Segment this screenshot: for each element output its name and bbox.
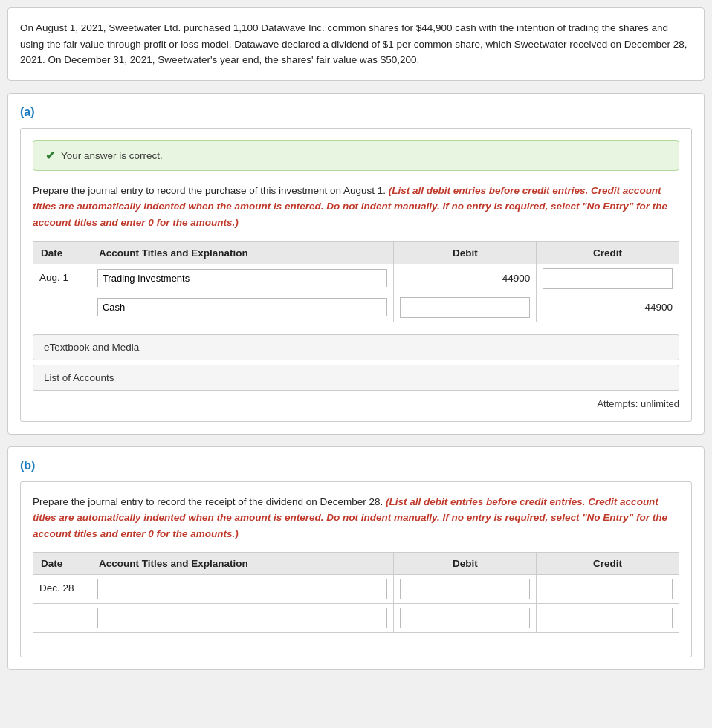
debit-input-b1[interactable] xyxy=(400,579,530,599)
debit-input-row2[interactable] xyxy=(400,297,530,318)
col-header-debit-b: Debit xyxy=(394,553,537,575)
table-row-b2 xyxy=(33,604,679,633)
credit-cell-b1 xyxy=(537,575,679,604)
col-header-credit: Credit xyxy=(537,241,679,264)
credit-cell-empty-1 xyxy=(537,264,679,293)
section-a-card: (a) ✔ Your answer is correct. Prepare th… xyxy=(7,93,705,435)
col-header-account: Account Titles and Explanation xyxy=(91,241,394,264)
date-cell-empty xyxy=(33,293,91,322)
date-cell-dec28: Dec. 28 xyxy=(33,575,91,604)
account-input-b1[interactable] xyxy=(97,579,388,599)
account-input-trading[interactable] xyxy=(97,269,388,287)
etextbook-button[interactable]: eTextbook and Media xyxy=(33,334,679,360)
table-header-row: Date Account Titles and Explanation Debi… xyxy=(33,241,679,264)
debit-input-b2[interactable] xyxy=(400,608,530,628)
section-b-instructions: Prepare the journal entry to record the … xyxy=(33,494,679,542)
section-b-label: (b) xyxy=(20,459,692,472)
credit-input-b1[interactable] xyxy=(543,579,673,599)
col-header-account-b: Account Titles and Explanation xyxy=(91,553,394,575)
section-a-label: (a) xyxy=(20,105,692,119)
account-cell-b1 xyxy=(91,575,394,604)
credit-input-row1[interactable] xyxy=(543,268,673,289)
date-cell-aug1: Aug. 1 xyxy=(33,264,91,293)
credit-input-b2[interactable] xyxy=(543,608,673,628)
intro-card: On August 1, 2021, Sweetwater Ltd. purch… xyxy=(7,7,705,81)
col-header-credit-b: Credit xyxy=(537,553,679,575)
table-header-row-b: Date Account Titles and Explanation Debi… xyxy=(33,553,679,575)
table-row-b1: Dec. 28 xyxy=(33,575,679,604)
debit-cell-b2 xyxy=(394,604,537,633)
credit-cell-b2 xyxy=(537,604,679,633)
debit-cell-empty-2 xyxy=(394,293,537,322)
journal-table-b: Date Account Titles and Explanation Debi… xyxy=(33,552,679,633)
section-a-instructions: Prepare the journal entry to record the … xyxy=(33,183,679,231)
b-instructions-plain: Prepare the journal entry to record the … xyxy=(33,496,386,507)
section-a-inner: ✔ Your answer is correct. Prepare the jo… xyxy=(20,128,692,422)
table-row: Aug. 1 44900 xyxy=(33,264,679,293)
account-cell-cash xyxy=(91,293,394,322)
col-header-date: Date xyxy=(33,241,91,264)
table-row: 44900 xyxy=(33,293,679,322)
account-input-b2[interactable] xyxy=(97,608,388,628)
account-cell-trading xyxy=(91,264,394,293)
intro-text: On August 1, 2021, Sweetwater Ltd. purch… xyxy=(20,20,692,68)
instructions-plain: Prepare the journal entry to record the … xyxy=(33,185,389,196)
correct-banner: ✔ Your answer is correct. xyxy=(33,140,679,171)
date-cell-b2-empty xyxy=(33,604,91,633)
section-b-inner: Prepare the journal entry to record the … xyxy=(20,481,692,658)
debit-cell-44900: 44900 xyxy=(394,264,537,293)
list-of-accounts-button[interactable]: List of Accounts xyxy=(33,365,679,391)
checkmark-icon: ✔ xyxy=(45,149,55,163)
col-header-debit: Debit xyxy=(394,241,537,264)
account-input-cash[interactable] xyxy=(97,298,388,316)
debit-cell-b1 xyxy=(394,575,537,604)
correct-text: Your answer is correct. xyxy=(61,150,163,161)
section-b-card: (b) Prepare the journal entry to record … xyxy=(7,446,705,671)
account-cell-b2 xyxy=(91,604,394,633)
col-header-date-b: Date xyxy=(33,553,91,575)
journal-table-a: Date Account Titles and Explanation Debi… xyxy=(33,241,679,322)
attempts-text: Attempts: unlimited xyxy=(33,398,679,409)
credit-cell-44900: 44900 xyxy=(537,293,679,322)
